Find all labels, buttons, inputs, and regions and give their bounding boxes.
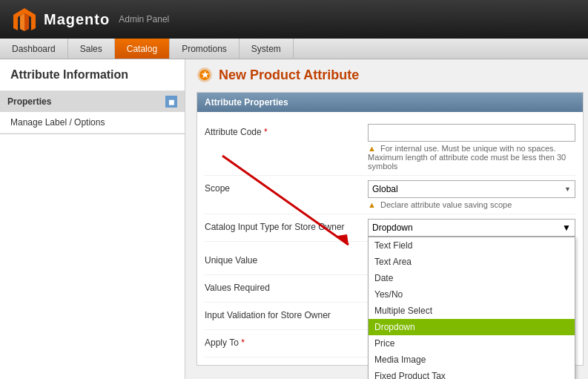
- nav-catalog[interactable]: Catalog: [115, 39, 170, 59]
- sidebar-item-manage-label[interactable]: Manage Label / Options: [0, 112, 185, 134]
- sidebar-properties-label: Properties: [7, 96, 51, 107]
- apply-to-required: *: [241, 337, 245, 348]
- collapse-icon[interactable]: ◼: [165, 96, 177, 108]
- svg-marker-1: [24, 13, 29, 31]
- header: Magento Admin Panel: [0, 0, 588, 39]
- dropdown-item-mediaimage[interactable]: Media Image: [369, 352, 575, 368]
- nav-promotions[interactable]: Promotions: [170, 39, 240, 59]
- logo-area: Magento Admin Panel: [11, 6, 169, 33]
- dropdown-item-textfield[interactable]: Text Field: [369, 237, 575, 254]
- dropdown-item-fixedtax[interactable]: Fixed Product Tax: [369, 368, 575, 379]
- logo-sub: Admin Panel: [119, 14, 169, 24]
- sidebar: Attribute Information Properties ◼ Manag…: [0, 59, 185, 379]
- catalog-input-type-row: Catalog Input Type for Store Owner Dropd…: [205, 214, 575, 242]
- dropdown-list: Text Field Text Area Date Yes/No Multipl…: [368, 237, 575, 379]
- svg-text:★: ★: [201, 70, 209, 80]
- attribute-properties-section: Attribute Properties Attribute Code * ▲ …: [196, 92, 584, 366]
- new-attribute-icon: ★: [196, 67, 213, 83]
- required-star: *: [264, 127, 268, 137]
- scope-label: Scope: [205, 180, 368, 194]
- section-content: Attribute Code * ▲ For internal use. Mus…: [197, 112, 583, 365]
- content: ★ New Product Attribute Attribute Proper…: [185, 59, 588, 379]
- page-header: ★ New Product Attribute: [196, 67, 584, 83]
- nav-system[interactable]: System: [240, 39, 294, 59]
- dropdown-current: Dropdown: [372, 223, 413, 233]
- dropdown-item-textarea[interactable]: Text Area: [369, 254, 575, 270]
- dropdown-item-dropdown[interactable]: Dropdown: [369, 319, 575, 335]
- input-validation-label: Input Validation for Store Owner: [205, 307, 368, 320]
- nav-dashboard[interactable]: Dashboard: [0, 39, 68, 59]
- dropdown-item-yesno[interactable]: Yes/No: [369, 286, 575, 303]
- sidebar-properties-header[interactable]: Properties ◼: [0, 91, 185, 112]
- values-required-label: Values Required: [205, 280, 368, 293]
- nav-bar: Dashboard Sales Catalog Promotions Syste…: [0, 39, 588, 59]
- attribute-code-field: ▲ For internal use. Must be unique with …: [368, 124, 575, 171]
- catalog-input-type-field: Dropdown ▼ Text Field Text Area Date Yes…: [368, 219, 575, 237]
- scope-row: Scope Global Website Store View ▲ Declar…: [205, 176, 575, 214]
- svg-marker-2: [20, 13, 24, 31]
- page-title: New Product Attribute: [219, 67, 359, 83]
- dropdown-item-date[interactable]: Date: [369, 270, 575, 286]
- apply-to-label: Apply To *: [205, 334, 368, 348]
- scope-field: Global Website Store View ▲ Declare attr…: [368, 180, 575, 209]
- dropdown-item-multiselect[interactable]: Multiple Select: [369, 303, 575, 319]
- attribute-code-row: Attribute Code * ▲ For internal use. Mus…: [205, 119, 575, 176]
- collapse-symbol: ◼: [168, 98, 174, 106]
- section-header: Attribute Properties: [197, 93, 583, 112]
- scope-hint-icon: ▲: [368, 200, 376, 209]
- sidebar-section-properties: Properties ◼ Manage Label / Options: [0, 91, 185, 134]
- logo-text: Magento: [44, 11, 110, 28]
- nav-sales[interactable]: Sales: [68, 39, 115, 59]
- attribute-code-hint: ▲ For internal use. Must be unique with …: [368, 144, 575, 171]
- sidebar-title: Attribute Information: [0, 59, 185, 91]
- dropdown-arrow: ▼: [562, 223, 571, 233]
- scope-hint: ▲ Declare attribute value saving scope: [368, 200, 575, 209]
- hint-icon: ▲: [368, 144, 376, 153]
- magento-logo-icon: [11, 6, 38, 33]
- dropdown-item-price[interactable]: Price: [369, 335, 575, 352]
- dropdown-selected-value[interactable]: Dropdown ▼: [368, 219, 575, 237]
- unique-value-label: Unique Value: [205, 252, 368, 266]
- attribute-code-input[interactable]: [368, 124, 575, 142]
- main-layout: Attribute Information Properties ◼ Manag…: [0, 59, 588, 379]
- scope-select[interactable]: Global Website Store View: [368, 180, 575, 198]
- catalog-input-dropdown[interactable]: Dropdown ▼ Text Field Text Area Date Yes…: [368, 219, 575, 237]
- catalog-input-type-label: Catalog Input Type for Store Owner: [205, 219, 368, 232]
- attribute-code-label: Attribute Code *: [205, 124, 368, 137]
- scope-select-wrapper: Global Website Store View: [368, 180, 575, 198]
